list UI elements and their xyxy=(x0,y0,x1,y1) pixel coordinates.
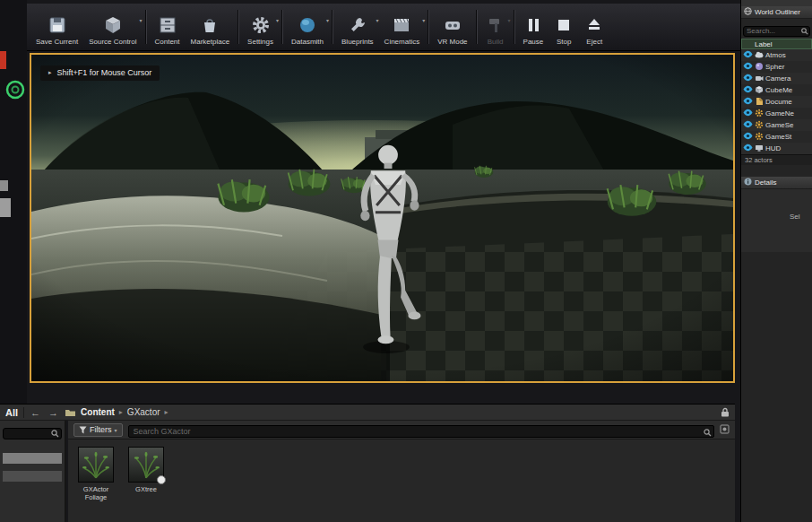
gear-icon xyxy=(755,109,764,119)
save-current-button[interactable]: Save Current xyxy=(30,5,83,48)
visibility-eye-icon[interactable] xyxy=(743,120,753,130)
source-control-button[interactable]: Source Control ▾ xyxy=(83,5,142,48)
settings-button[interactable]: Settings ▾ xyxy=(242,5,279,48)
toolbar-separator xyxy=(281,10,283,44)
toolbar-separator xyxy=(145,10,147,44)
back-button[interactable]: ← xyxy=(29,407,42,418)
datasmith-button[interactable]: Datasmith ▾ xyxy=(286,5,329,48)
panel-title: World Outliner xyxy=(755,8,800,16)
details-empty-text: Sel xyxy=(741,189,812,221)
game-viewport[interactable]: ▸ Shift+F1 for Mouse Cursor xyxy=(30,53,735,383)
eject-button[interactable]: Eject xyxy=(579,5,609,48)
breadcrumb-caret-icon: ▸ xyxy=(119,408,123,416)
actor-label: GameSe xyxy=(765,121,794,129)
forward-button[interactable]: → xyxy=(47,407,60,418)
save-icon xyxy=(48,13,67,37)
gear-icon xyxy=(755,132,764,143)
visibility-eye-icon[interactable] xyxy=(743,85,753,95)
visibility-eye-icon[interactable] xyxy=(743,50,753,60)
search-icon xyxy=(51,425,59,441)
blueprint-sphere-badge xyxy=(157,475,166,484)
visibility-eye-icon[interactable] xyxy=(743,144,753,153)
toolbar-separator xyxy=(332,10,333,44)
filters-button[interactable]: Filters ▾ xyxy=(73,423,123,437)
asset-tile-gxtree[interactable]: GXtree xyxy=(125,447,167,522)
search-icon xyxy=(801,22,808,39)
cube-icon xyxy=(755,85,764,96)
chevron-down-icon[interactable]: ▾ xyxy=(422,17,425,23)
visibility-eye-icon[interactable] xyxy=(743,74,753,83)
hint-text: Shift+F1 for Mouse Cursor xyxy=(57,68,152,77)
asset-thumbnail[interactable] xyxy=(128,447,164,483)
chevron-down-icon[interactable]: ▾ xyxy=(326,17,329,23)
chevron-down-icon[interactable]: ▾ xyxy=(139,17,142,23)
toolbar-separator xyxy=(428,10,429,44)
gear-icon xyxy=(251,13,271,37)
collection-item[interactable] xyxy=(3,471,62,482)
outliner-row[interactable]: HUD xyxy=(741,143,812,154)
tab-details[interactable]: Details xyxy=(741,177,812,189)
outliner-row[interactable]: CubeMe xyxy=(741,84,812,96)
outliner-row[interactable]: GameNe xyxy=(741,108,812,119)
blueprints-button[interactable]: Blueprints ▾ xyxy=(336,5,379,48)
chevron-down-icon: ▾ xyxy=(508,17,511,23)
all-label[interactable]: All xyxy=(5,407,24,418)
asset-tile-gxactor-foliage[interactable]: GXActor Foliage xyxy=(75,447,117,522)
right-panel: World Outliner Label Atmos Spher Camera … xyxy=(740,0,812,522)
outliner-row[interactable]: GameSt xyxy=(741,131,812,143)
fog-icon xyxy=(755,50,764,61)
asset-search-input[interactable] xyxy=(128,425,714,438)
search-icon xyxy=(704,424,712,440)
vr-mode-button[interactable]: VR Mode xyxy=(432,5,472,48)
outliner-row[interactable]: Camera xyxy=(741,73,812,84)
chevron-down-icon: ▾ xyxy=(115,427,117,433)
chevron-down-icon[interactable]: ▾ xyxy=(276,17,279,23)
visibility-eye-icon[interactable] xyxy=(743,62,753,72)
mouse-cursor-hint: ▸ Shift+F1 for Mouse Cursor xyxy=(40,65,160,81)
globe-icon xyxy=(744,7,752,17)
pause-button[interactable]: Pause xyxy=(518,5,549,48)
actor-label: Camera xyxy=(765,74,790,83)
tab-world-outliner[interactable]: World Outliner xyxy=(741,6,812,19)
game-scene[interactable] xyxy=(31,55,733,381)
asset-name: GXActor Foliage xyxy=(75,485,117,501)
actor-label: CubeMe xyxy=(765,86,792,94)
toolbar-separator xyxy=(476,10,478,44)
vr-headset-icon xyxy=(443,13,462,37)
hammer-icon xyxy=(486,13,505,37)
left-panel-edge xyxy=(0,0,27,404)
visibility-eye-icon[interactable] xyxy=(743,132,753,142)
outliner-row[interactable]: Docume xyxy=(741,96,812,108)
outliner-search-input[interactable] xyxy=(743,26,810,37)
outliner-row[interactable]: Atmos xyxy=(741,49,812,61)
breadcrumb-gxactor[interactable]: GXactor xyxy=(127,407,160,417)
status-ring-icon xyxy=(4,79,26,104)
marketplace-button[interactable]: Marketplace xyxy=(186,5,236,48)
save-search-icon[interactable] xyxy=(720,422,730,438)
asset-thumbnail[interactable] xyxy=(78,447,114,483)
breadcrumb-caret-icon: ▸ xyxy=(165,408,168,416)
actor-label: GameSt xyxy=(765,133,791,141)
breadcrumb-content[interactable]: Content xyxy=(81,407,115,417)
details-body: Sel xyxy=(741,189,812,252)
eject-icon xyxy=(584,13,604,37)
stop-button[interactable]: Stop xyxy=(549,5,579,48)
content-browser-breadcrumb-bar: All ← → Content ▸ GXactor ▸ xyxy=(0,404,735,421)
cinematics-button[interactable]: Cinematics ▾ xyxy=(379,5,426,48)
outliner-row[interactable]: GameSe xyxy=(741,119,812,131)
info-icon xyxy=(744,178,752,187)
outliner-row[interactable]: Spher xyxy=(741,61,812,73)
content-drawer-icon xyxy=(158,13,177,37)
content-button[interactable]: Content xyxy=(150,5,186,48)
outliner-column-label[interactable]: Label xyxy=(741,39,812,49)
actor-label: HUD xyxy=(765,144,781,152)
folder-icon xyxy=(65,405,76,421)
visibility-eye-icon[interactable] xyxy=(743,97,753,107)
actor-label: Atmos xyxy=(765,51,786,59)
marketplace-icon xyxy=(200,13,220,37)
left-panel-fragment xyxy=(0,198,11,217)
hud-icon xyxy=(755,144,764,154)
lock-icon[interactable] xyxy=(721,405,730,421)
visibility-eye-icon[interactable] xyxy=(743,109,753,118)
collection-item[interactable] xyxy=(3,453,62,464)
